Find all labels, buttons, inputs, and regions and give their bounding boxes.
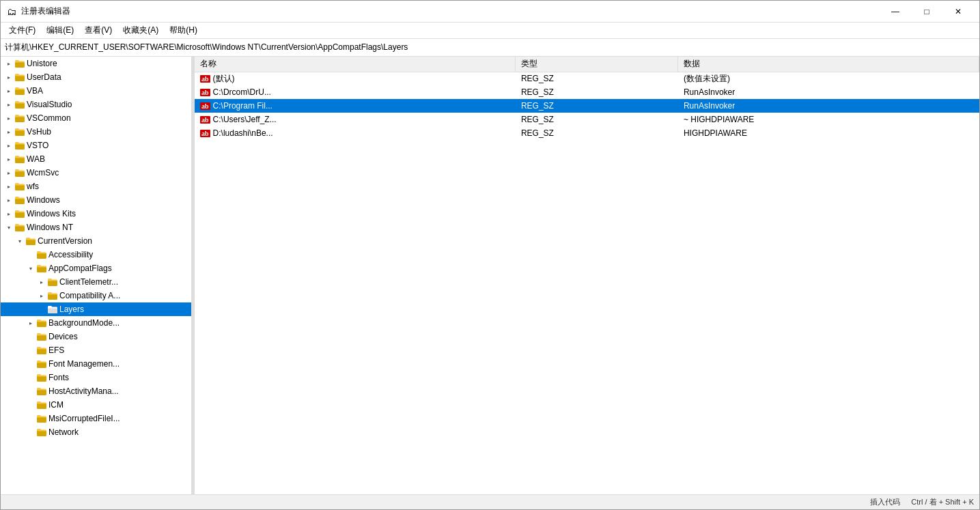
tree-pane[interactable]: Unistore UserData VBA VisualStudio VSCom…: [1, 57, 192, 494]
folder-icon: [14, 154, 25, 165]
minimize-button[interactable]: —: [880, 1, 911, 23]
tree-label: Windows NT: [27, 223, 73, 232]
menu-edit[interactable]: 编辑(E): [41, 23, 79, 38]
main-content: Unistore UserData VBA VisualStudio VSCom…: [1, 57, 979, 494]
menu-favorites[interactable]: 收藏夹(A): [117, 23, 164, 38]
tree-node-efs[interactable]: EFS: [1, 343, 191, 357]
col-data[interactable]: 数据: [677, 57, 979, 72]
folder-icon: [36, 263, 47, 274]
tree-toggle: [3, 195, 14, 206]
cell-name: ab(默认): [195, 72, 515, 85]
tree-node-wcmsvc[interactable]: WcmSvc: [1, 166, 191, 180]
tree-node-vsto[interactable]: VSTO: [1, 139, 191, 152]
titlebar: 🗂 注册表编辑器 — □ ✕: [1, 1, 979, 23]
tree-node-wab[interactable]: WAB: [1, 152, 191, 166]
folder-icon: [36, 399, 47, 410]
tree-label: VsHub: [27, 127, 51, 137]
tree-toggle: [3, 99, 14, 110]
menu-view[interactable]: 查看(V): [79, 23, 117, 38]
address-bar[interactable]: 计算机\HKEY_CURRENT_USER\SOFTWARE\Microsoft…: [1, 39, 979, 57]
tree-node-msicorruptedfilel[interactable]: MsiCorruptedFileI...: [1, 412, 191, 425]
tree-node-fontmanagement[interactable]: Font Managemen...: [1, 357, 191, 371]
tree-node-vshub[interactable]: VsHub: [1, 125, 191, 139]
tree-node-clienttelemetry[interactable]: ClientTelemetr...: [1, 275, 191, 289]
table-row[interactable]: abC:\Drcom\DrU... REG_SZ RunAsInvoker: [195, 85, 979, 99]
tree-label: Layers: [59, 304, 84, 314]
right-pane: 名称 类型 数据 ab(默认) REG_SZ (数值未设置) abC:\Drco…: [195, 57, 979, 494]
tree-label: Accessibility: [48, 250, 93, 259]
cell-data: RunAsInvoker: [677, 99, 979, 113]
tree-label: WcmSvc: [27, 168, 59, 178]
tree-label: VBA: [27, 86, 43, 96]
tree-node-vscommon[interactable]: VSCommon: [1, 111, 191, 125]
cell-data: ~ HIGHDPIAWARE: [677, 113, 979, 126]
table-row[interactable]: abD:\ludashi\nBe... REG_SZ HIGHDPIAWARE: [195, 126, 979, 140]
cell-type: REG_SZ: [515, 99, 677, 113]
folder-icon: [14, 85, 25, 96]
menu-file[interactable]: 文件(F): [3, 23, 41, 38]
col-type[interactable]: 类型: [515, 57, 677, 72]
tree-node-icm[interactable]: ICM: [1, 398, 191, 412]
tree-node-userdata[interactable]: UserData: [1, 70, 191, 84]
tree-node-wfs[interactable]: wfs: [1, 180, 191, 193]
tree-toggle: [3, 222, 14, 233]
tree-node-unistore[interactable]: Unistore: [1, 57, 191, 70]
maximize-button[interactable]: □: [911, 1, 942, 23]
tree-toggle: [3, 140, 14, 151]
folder-icon: [14, 208, 25, 219]
tree-node-backgroundmode[interactable]: BackgroundMode...: [1, 316, 191, 330]
tree-node-visualstudio[interactable]: VisualStudio: [1, 98, 191, 111]
table-row[interactable]: ab(默认) REG_SZ (数值未设置): [195, 72, 979, 85]
close-button[interactable]: ✕: [942, 1, 974, 23]
tree-toggle: [3, 58, 14, 69]
menubar: 文件(F) 编辑(E) 查看(V) 收藏夹(A) 帮助(H): [1, 23, 979, 39]
tree-node-accessibility[interactable]: Accessibility: [1, 248, 191, 261]
tree-label: VSTO: [27, 141, 48, 150]
tree-label: MsiCorruptedFileI...: [48, 414, 120, 423]
tree-label: wfs: [27, 182, 39, 191]
folder-icon: [36, 413, 47, 424]
menu-help[interactable]: 帮助(H): [164, 23, 203, 38]
status-insert: 插入代码: [870, 497, 900, 507]
cell-type: REG_SZ: [515, 126, 677, 140]
folder-icon: [14, 195, 25, 206]
folder-icon: [25, 236, 36, 246]
tree-node-windowskits[interactable]: Windows Kits: [1, 207, 191, 221]
cell-name: abC:\Drcom\DrU...: [195, 85, 515, 99]
tree-node-fonts[interactable]: Fonts: [1, 371, 191, 384]
tree-node-layers[interactable]: Layers: [1, 302, 191, 316]
tree-toggle: [36, 277, 47, 287]
tree-node-vba[interactable]: VBA: [1, 84, 191, 98]
statusbar-right: 插入代码 Ctrl / 着 + Shift + K: [870, 497, 974, 507]
table-row[interactable]: abC:\Users\Jeff_Z... REG_SZ ~ HIGHDPIAWA…: [195, 113, 979, 126]
folder-icon: [14, 126, 25, 137]
tree-label: AppCompatFlags: [48, 264, 112, 273]
statusbar: 插入代码 Ctrl / 着 + Shift + K: [1, 494, 979, 509]
tree-node-currentversion[interactable]: CurrentVersion: [1, 234, 191, 248]
status-shortcut: Ctrl / 着 + Shift + K: [911, 497, 974, 507]
tree-node-compatibilitya[interactable]: Compatibility A...: [1, 289, 191, 302]
tree-node-windowsnt[interactable]: Windows NT: [1, 221, 191, 234]
tree-node-windows[interactable]: Windows: [1, 193, 191, 207]
tree-node-hostactivitymana[interactable]: HostActivityMana...: [1, 384, 191, 398]
folder-icon: [14, 222, 25, 233]
tree-node-devices[interactable]: Devices: [1, 330, 191, 343]
tree-label: Font Managemen...: [48, 359, 120, 369]
table-row[interactable]: abC:\Program Fil... REG_SZ RunAsInvoker: [195, 99, 979, 113]
tree-toggle: [25, 263, 36, 274]
registry-table[interactable]: 名称 类型 数据 ab(默认) REG_SZ (数值未设置) abC:\Drco…: [195, 57, 979, 494]
folder-icon: [47, 277, 58, 287]
folder-icon: [36, 317, 47, 328]
folder-icon: [36, 331, 47, 342]
col-name[interactable]: 名称: [195, 57, 515, 72]
tree-toggle: [3, 85, 14, 96]
tree-toggle: [3, 208, 14, 219]
tree-node-network[interactable]: Network: [1, 425, 191, 439]
tree-label: Network: [48, 427, 79, 437]
tree-toggle: [14, 236, 25, 246]
tree-node-appcompatflags[interactable]: AppCompatFlags: [1, 261, 191, 275]
registry-editor-window: 🗂 注册表编辑器 — □ ✕ 文件(F) 编辑(E) 查看(V) 收藏夹(A) …: [0, 0, 980, 510]
folder-icon: [36, 427, 47, 438]
cell-name: abC:\Users\Jeff_Z...: [195, 113, 515, 126]
tree-toggle: [3, 181, 14, 192]
